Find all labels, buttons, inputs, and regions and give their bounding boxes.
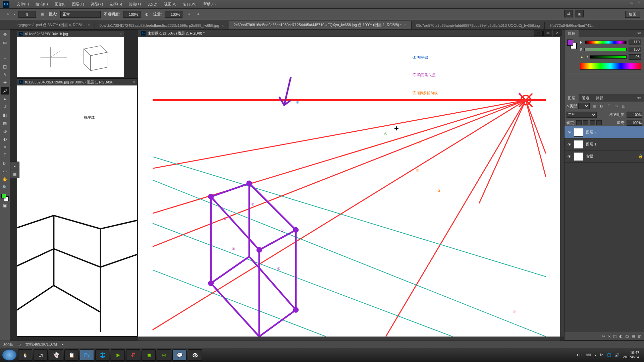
quick-mask-tool[interactable]: ▣ (1, 202, 9, 209)
doc-tab[interactable]: rgrgrgert-1.psd @ 66.7% (图层 4, RGB/...× (13, 21, 95, 29)
opacity-pressure-icon[interactable]: ◐ (144, 11, 150, 17)
doc-close-button[interactable]: ✕ (553, 31, 561, 36)
menu-filter[interactable]: 滤镜(T) (125, 2, 144, 7)
brush-tool[interactable]: 🖌 (1, 87, 9, 95)
healing-tool[interactable]: ✚ (1, 79, 9, 86)
blur-tool[interactable]: ◍ (1, 127, 9, 135)
opacity-field[interactable]: 100% (123, 11, 141, 18)
lock-transparency-icon[interactable] (576, 120, 582, 125)
screen-mode-icon[interactable]: ▣ (575, 10, 584, 17)
reference-window-1[interactable]: Ps t01ed62a61fd3104e1b.jpg × (17, 30, 124, 77)
visibility-icon[interactable]: 👁 (565, 130, 574, 134)
filter-adjust-icon[interactable]: ◐ (598, 103, 604, 109)
layer-name[interactable]: 图层 1 (586, 142, 596, 147)
sat-value[interactable]: 100 (629, 47, 641, 52)
volume-icon[interactable]: 🔊 (615, 353, 620, 357)
status-flyout-icon[interactable]: ▸ (62, 342, 64, 347)
visibility-icon[interactable]: 👁 (565, 155, 574, 159)
zoom-level[interactable]: 300% (3, 343, 13, 347)
close-icon[interactable]: × (222, 23, 224, 27)
taskbar-app-icon[interactable]: 📋 (64, 349, 78, 361)
foreground-color[interactable] (1, 194, 6, 198)
collapsed-panel-group[interactable]: ▸ ▦ (10, 162, 19, 178)
menu-select[interactable]: 选择(S) (106, 2, 125, 7)
filter-shape-icon[interactable]: ▭ (613, 103, 619, 109)
fill-field[interactable] (627, 120, 642, 126)
close-icon[interactable]: × (133, 80, 135, 84)
reference-window-2[interactable]: Ps t0120352840da872686.jpg @ 300% (图层 1,… (17, 78, 138, 337)
doc-minimize-button[interactable]: — (534, 31, 543, 36)
color-swatch[interactable] (567, 40, 577, 49)
move-tool[interactable]: ✥ (1, 31, 9, 38)
brush-preset-icon[interactable]: ▦ (39, 11, 45, 17)
tray-overflow-icon[interactable]: ▴ (594, 353, 596, 357)
layer-name[interactable]: 图层 2 (586, 130, 596, 135)
taskbar-browser-icon[interactable]: 🌐 (95, 349, 109, 361)
filter-kind-select[interactable] (578, 103, 590, 109)
taskbar-app-icon[interactable]: 🐼 (188, 349, 202, 361)
link-layers-icon[interactable]: ⚯ (602, 334, 605, 339)
panel-tab-channels[interactable]: 通道 (579, 94, 593, 102)
taskbar-app-icon[interactable]: 🐧 (18, 349, 32, 361)
ime-indicator[interactable]: CH (577, 353, 582, 357)
menu-image[interactable]: 图像(I) (51, 2, 69, 7)
gradient-tool[interactable]: ▤ (1, 119, 9, 127)
layer-row[interactable]: 👁 图层 1 (565, 138, 644, 150)
menu-edit[interactable]: 编辑(E) (32, 2, 51, 7)
vertical-scrollbar[interactable] (560, 37, 564, 337)
new-layer-icon[interactable]: ▤ (632, 334, 635, 339)
filter-type-icon[interactable]: T (606, 103, 612, 109)
group-icon[interactable]: 🗀 (625, 334, 629, 338)
lock-all-icon[interactable] (596, 120, 602, 125)
menu-view[interactable]: 视图(V) (161, 2, 180, 7)
menu-layer[interactable]: 图层(L) (69, 2, 87, 7)
flow-field[interactable]: 100% (165, 11, 182, 18)
taskbar-explorer-icon[interactable]: 🗂 (34, 349, 48, 361)
view-extras-icon[interactable]: ⇄ (564, 10, 573, 17)
dodge-tool[interactable]: ◐ (1, 135, 9, 143)
brush-size-field[interactable]: 9 (18, 11, 36, 18)
layer-thumbnail[interactable] (574, 152, 583, 161)
zoom-tool[interactable]: 🔍 (1, 184, 9, 191)
sat-slider[interactable] (584, 48, 627, 51)
pen-tool[interactable]: ✒ (1, 143, 9, 151)
panel-tab-layers[interactable]: 图层 (565, 94, 579, 102)
color-swatch[interactable] (1, 194, 9, 201)
doc-tab[interactable]: 9fb772a04b66cc4bad741... (545, 22, 599, 29)
bri-value[interactable]: 95 (629, 54, 641, 60)
workspace-switcher[interactable]: 绘画 (625, 11, 640, 18)
taskbar-wechat-icon[interactable]: 💬 (172, 349, 186, 361)
keyboard-icon[interactable]: ⌨ (586, 353, 591, 357)
blend-mode-select[interactable]: 正常 (60, 11, 101, 18)
hue-slider[interactable] (585, 41, 627, 44)
window-close-button[interactable]: ✕ (635, 1, 643, 5)
doc-tab[interactable]: 0bafdb17304f172453aab25deebdfaec5cc2233c… (95, 22, 229, 29)
blend-mode-select[interactable]: 正常 (567, 112, 597, 118)
canvas-titlebar[interactable]: Ps 未标题-1 @ 50% (图层 2, RGB/8) * — ▭ ✕ (138, 29, 564, 37)
clock[interactable]: 19:47 2017/8/24 (623, 351, 639, 359)
shape-tool[interactable]: ▭ (1, 168, 9, 175)
layer-mask-icon[interactable]: ◫ (613, 334, 616, 339)
close-icon[interactable]: × (120, 32, 122, 36)
canvas[interactable]: ① 视平线 ② 确定消失点 ③ 画8条辅助线 ① ② ③ ③ ③ ④ ② ① ① (138, 37, 560, 337)
lasso-tool[interactable]: ⌇ (1, 47, 9, 54)
canvas-size-icon[interactable]: ▭ (17, 342, 21, 347)
menu-3d[interactable]: 3D(D) (144, 2, 161, 6)
hue-value[interactable]: 119 (629, 40, 641, 45)
wand-tool[interactable]: ✧ (1, 55, 9, 62)
visibility-icon[interactable]: 👁 (565, 142, 574, 146)
filter-smart-icon[interactable]: ◫ (621, 103, 627, 109)
taskbar-app-icon[interactable]: ▣ (142, 349, 156, 361)
panel-tab-paths[interactable]: 路径 (593, 94, 607, 102)
collapsed-panel-icon[interactable]: ▸ (10, 162, 19, 170)
action-center-icon[interactable]: 🏳 (600, 353, 603, 357)
panel-menu-icon[interactable]: ▾≡ (635, 96, 644, 100)
panel-menu-icon[interactable]: ▾≡ (635, 31, 644, 36)
layer-row[interactable]: 👁 背景 🔒 (565, 150, 644, 163)
filter-pixel-icon[interactable]: ▦ (591, 103, 597, 109)
history-brush-tool[interactable]: ↺ (1, 103, 9, 111)
delete-layer-icon[interactable]: 🗑 (638, 334, 641, 338)
stamp-tool[interactable]: ▲ (1, 95, 9, 103)
hand-tool[interactable]: ✋ (1, 176, 9, 183)
network-icon[interactable]: 🌐 (607, 353, 611, 357)
